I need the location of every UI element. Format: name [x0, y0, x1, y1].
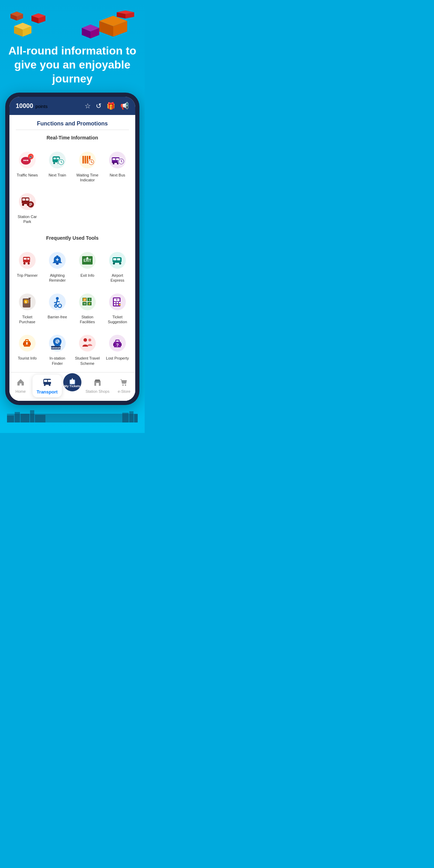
svg-text:⚡: ⚡ [88, 302, 91, 305]
svg-rect-28 [53, 158, 56, 159]
student-travel-icon [77, 333, 98, 354]
announcement-icon[interactable]: 📢 [120, 102, 129, 110]
svg-point-151 [125, 384, 126, 386]
traffic-news-icon: 🔊 [17, 150, 38, 171]
station-facilities-label: Station Facilities [74, 314, 100, 325]
tourist-info-label: Tourist Info [18, 356, 37, 361]
trip-planner-item[interactable]: Trip Planner [13, 246, 42, 287]
ticket-suggestion-icon: $ [107, 291, 128, 312]
barrier-free-icon [47, 291, 68, 312]
svg-rect-149 [96, 383, 99, 386]
next-train-icon [47, 150, 68, 171]
hero-title: All-round information to give you an enj… [7, 44, 138, 86]
svg-rect-140 [44, 380, 47, 382]
nav-e-store[interactable]: e-Store [114, 377, 135, 395]
station-car-park-label: Station Car Park [14, 214, 40, 224]
svg-text:$: $ [25, 300, 27, 303]
transport-icon [42, 377, 52, 389]
svg-rect-112 [119, 302, 121, 303]
svg-text:🔊: 🔊 [29, 155, 33, 159]
right-cubes [82, 10, 134, 42]
realtime-grid: 🔊 Traffic News [9, 143, 135, 230]
trip-planner-label: Trip Planner [17, 273, 38, 278]
station-facilities-icon: 📶 ℹ ✉ ⚡ [77, 291, 98, 312]
airport-express-icon [107, 250, 128, 271]
svg-rect-157 [35, 415, 45, 422]
trip-planner-icon [17, 250, 38, 271]
svg-rect-158 [122, 413, 129, 422]
in-station-finder-label: In-station Finder [44, 356, 70, 366]
points-number: 10000 [16, 102, 33, 109]
svg-rect-113 [114, 304, 116, 305]
next-train-label: Next Train [49, 173, 66, 178]
refresh-icon[interactable]: ↺ [96, 102, 102, 110]
next-bus-item[interactable]: Next Bus [103, 146, 132, 186]
section-title: Functions and Promotions [9, 115, 135, 130]
svg-text:✉: ✉ [84, 302, 86, 305]
alighting-reminder-label: Alighting Reminder [44, 273, 70, 283]
station-car-park-icon: P [17, 191, 38, 212]
svg-point-131 [88, 339, 91, 341]
airport-express-label: Airport Express [104, 273, 130, 283]
svg-rect-155 [21, 414, 29, 422]
svg-rect-156 [30, 410, 34, 422]
svg-rect-160 [134, 414, 138, 422]
nav-e-store-label: e-Store [118, 389, 130, 393]
traffic-news-label: Traffic News [17, 173, 38, 178]
nav-home-label: Home [15, 389, 26, 393]
svg-rect-68 [27, 258, 29, 260]
svg-point-69 [23, 262, 26, 265]
svg-marker-147 [71, 378, 73, 380]
traffic-news-item[interactable]: 🔊 Traffic News [13, 146, 42, 186]
phone-header: 10000 points ☆ ↺ 🎁 📢 [9, 97, 135, 115]
phone-mockup: 10000 points ☆ ↺ 🎁 📢 Functions and Promo… [5, 93, 139, 405]
airport-express-item[interactable]: Airport Express [103, 246, 132, 287]
barrier-free-item[interactable]: Barrier-free [43, 288, 72, 328]
in-station-finder-icon: Admiralty [47, 333, 68, 354]
next-bus-label: Next Bus [110, 173, 125, 178]
nav-transport[interactable]: Transport [32, 375, 62, 397]
waiting-time-icon [77, 150, 98, 171]
alighting-reminder-item[interactable]: Alighting Reminder [43, 246, 72, 287]
nav-my-tickets[interactable]: My Tickets [63, 373, 81, 391]
tourist-info-item[interactable]: Tourist Info [13, 329, 42, 369]
next-train-item[interactable]: Next Train [43, 146, 72, 186]
svg-point-129 [79, 335, 96, 352]
decorative-cubes [7, 7, 138, 44]
svg-rect-120 [26, 342, 28, 345]
svg-rect-111 [116, 302, 118, 303]
student-travel-item[interactable]: Student Travel Scheme [73, 329, 102, 369]
in-station-finder-item[interactable]: Admiralty In-station Finder [43, 329, 72, 369]
exit-info-item[interactable]: EXIT Exit Info [73, 246, 102, 287]
station-car-park-item[interactable]: P Station Car Park [13, 188, 42, 228]
tools-label: Frequently Used Tools [9, 230, 135, 244]
station-facilities-item[interactable]: 📶 ℹ ✉ ⚡ Station Facilities [73, 288, 102, 328]
gift-icon[interactable]: 🎁 [107, 102, 115, 110]
svg-rect-153 [7, 415, 14, 422]
ticket-purchase-item[interactable]: $ Ticket Purchase [13, 288, 42, 328]
svg-text:Admiralty: Admiralty [50, 347, 62, 349]
left-cubes [10, 10, 49, 38]
svg-point-97 [79, 294, 96, 310]
barrier-free-label: Barrier-free [48, 314, 67, 319]
waiting-time-item[interactable]: Waiting Time Indicator [73, 146, 102, 186]
station-shops-icon [93, 378, 102, 389]
student-travel-label: Student Travel Scheme [74, 356, 100, 366]
svg-rect-115 [119, 304, 121, 305]
ticket-suggestion-item[interactable]: $ Ticket Suggestion [103, 288, 132, 328]
svg-point-30 [53, 162, 55, 164]
svg-text:?: ? [116, 342, 119, 348]
star-icon[interactable]: ☆ [85, 102, 91, 110]
svg-rect-137 [113, 343, 114, 346]
svg-point-21 [23, 160, 25, 161]
svg-rect-159 [129, 411, 133, 422]
svg-text:$: $ [116, 298, 118, 301]
nav-station-shops[interactable]: Station Shops [83, 377, 113, 395]
svg-text:P: P [29, 202, 32, 207]
svg-point-22 [25, 160, 27, 161]
svg-rect-121 [23, 342, 24, 345]
svg-point-23 [27, 160, 28, 161]
svg-rect-29 [57, 158, 59, 159]
lost-property-item[interactable]: ? Lost Property [103, 329, 132, 369]
nav-home[interactable]: Home [10, 377, 31, 395]
